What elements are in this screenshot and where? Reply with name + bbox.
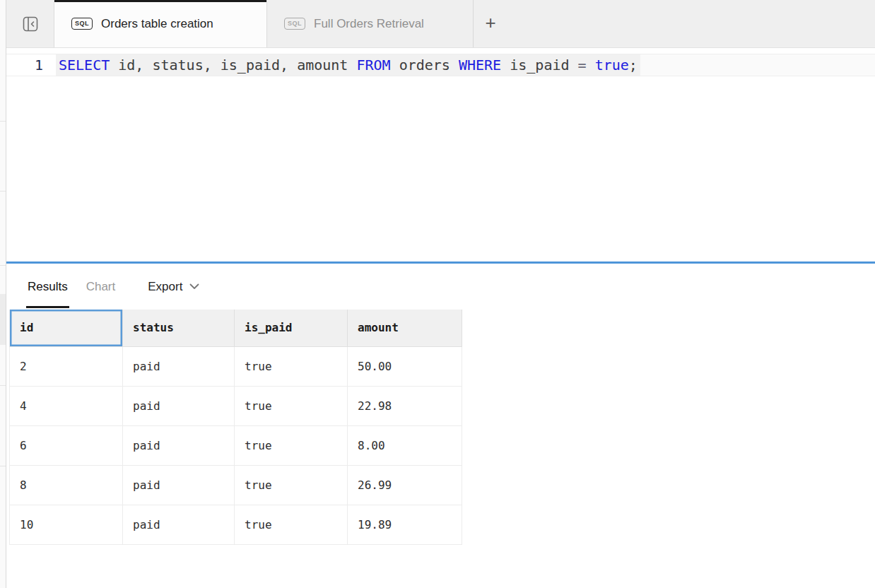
- table-row: 10 paid true 19.89: [10, 505, 462, 544]
- cell[interactable]: paid: [123, 505, 235, 544]
- column-header-id[interactable]: id: [10, 310, 123, 346]
- results-panel: Results Chart Export id status is_paid a…: [6, 264, 875, 545]
- column-header-is_paid[interactable]: is_paid: [235, 310, 348, 346]
- cell[interactable]: true: [235, 425, 348, 465]
- cell[interactable]: 8: [10, 465, 123, 505]
- table-row: 4 paid true 22.98: [10, 386, 462, 425]
- line-number: 1: [6, 54, 56, 76]
- cell[interactable]: paid: [123, 386, 235, 425]
- tab-chart[interactable]: Chart: [85, 264, 117, 310]
- cell[interactable]: paid: [123, 425, 235, 465]
- cell[interactable]: 6: [10, 425, 123, 465]
- cell[interactable]: true: [235, 465, 348, 505]
- header-row: id status is_paid amount: [10, 310, 462, 346]
- cell[interactable]: 4: [10, 386, 123, 425]
- sql-file-icon: SQL: [284, 18, 305, 30]
- cell[interactable]: 19.89: [348, 505, 462, 544]
- cell[interactable]: true: [235, 346, 348, 386]
- cell[interactable]: 22.98: [348, 386, 462, 425]
- chevron-down-icon: [189, 283, 199, 290]
- tab-full-orders-retrieval[interactable]: SQL Full Orders Retrieval: [267, 0, 474, 47]
- column-header-status[interactable]: status: [123, 310, 235, 346]
- cell[interactable]: true: [235, 505, 348, 544]
- code-line-1[interactable]: 1 SELECT id, status, is_paid, amount FRO…: [6, 54, 875, 76]
- app-window: SQL Orders table creation SQL Full Order…: [6, 0, 875, 588]
- table-row: 8 paid true 26.99: [10, 465, 462, 505]
- cell[interactable]: 26.99: [348, 465, 462, 505]
- tab-label: Full Orders Retrieval: [314, 17, 424, 31]
- tab-results[interactable]: Results: [26, 264, 69, 310]
- column-header-amount[interactable]: amount: [348, 310, 462, 346]
- cell[interactable]: 10: [10, 505, 123, 544]
- new-tab-button[interactable]: +: [474, 0, 507, 47]
- panel-edge-divider: [0, 385, 6, 386]
- export-label: Export: [148, 280, 182, 294]
- tab-label: Orders table creation: [101, 17, 213, 31]
- cell[interactable]: 2: [10, 346, 123, 386]
- cell[interactable]: paid: [123, 346, 235, 386]
- export-dropdown[interactable]: Export: [148, 280, 199, 294]
- editor-tab-bar: SQL Orders table creation SQL Full Order…: [6, 0, 875, 48]
- sidebar-collapse-button[interactable]: [6, 0, 54, 47]
- results-table: id status is_paid amount 2 paid true 50.…: [9, 310, 462, 545]
- panel-collapse-left-icon: [23, 16, 38, 32]
- cell[interactable]: 50.00: [348, 346, 462, 386]
- cell[interactable]: paid: [123, 465, 235, 505]
- sql-file-icon: SQL: [71, 18, 93, 30]
- panel-edge-divider: [0, 191, 6, 192]
- cell[interactable]: 8.00: [348, 425, 462, 465]
- panel-edge-divider: [0, 466, 6, 466]
- collapsed-panel-edge: [0, 0, 6, 588]
- panel-edge-divider: [0, 265, 6, 266]
- sql-editor[interactable]: 1 SELECT id, status, is_paid, amount FRO…: [6, 48, 875, 261]
- cell[interactable]: true: [235, 386, 348, 425]
- table-row: 6 paid true 8.00: [10, 425, 462, 465]
- panel-edge-divider: [0, 121, 6, 122]
- sql-query-text: SELECT id, status, is_paid, amount FROM …: [56, 54, 640, 76]
- tab-orders-table-creation[interactable]: SQL Orders table creation: [54, 0, 267, 47]
- results-toolbar: Results Chart Export: [6, 264, 875, 310]
- table-row: 2 paid true 50.00: [10, 346, 462, 386]
- panel-edge-segment: [0, 294, 6, 345]
